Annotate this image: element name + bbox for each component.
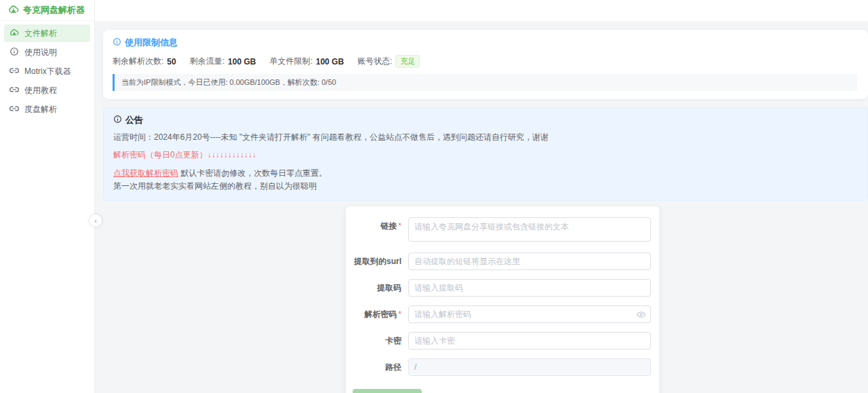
path-field-row: 路径 — [351, 358, 651, 376]
info-circle-icon — [9, 47, 19, 58]
sidebar-item-label: 文件解析 — [24, 28, 57, 39]
sidebar-item-file-parse[interactable]: 文件解析 — [4, 24, 90, 42]
link-field-wrap — [408, 217, 651, 244]
parse-password-field-row: 解析密码* — [351, 305, 651, 323]
sidebar-item-instructions[interactable]: 使用说明 — [4, 43, 90, 61]
path-input — [408, 358, 651, 376]
usage-stats-row: 剩余解析次数: 50 剩余流量: 100 GB 单文件限制: 100 GB 账号… — [113, 55, 857, 68]
card-key-field-row: 卡密 — [351, 332, 651, 350]
announcement-title: 公告 — [113, 114, 856, 126]
sidebar-collapse-toggle[interactable]: ‹ — [90, 214, 102, 227]
extract-code-field-row: 提取码 — [351, 279, 651, 297]
announcement-line-4: 第一次用就老老实实看网站左侧的教程，别自以为很聪明 — [113, 181, 317, 191]
get-password-link[interactable]: 点我获取解析密码 — [113, 168, 178, 178]
card-key-input[interactable] — [408, 332, 651, 350]
top-bar — [95, 0, 868, 21]
card-key-field-wrap — [408, 332, 651, 350]
card-key-label: 卡密 — [351, 332, 408, 350]
surl-field-row: 提取到的surl — [351, 252, 651, 270]
parse-password-field-wrap — [408, 305, 651, 323]
surl-field-wrap — [408, 252, 651, 270]
field-label-text: 解析密码 — [364, 310, 397, 319]
sidebar: 夸克网盘解析器 文件解析 使用说明 — [0, 0, 95, 393]
info-circle-icon — [113, 37, 121, 48]
announcement-title-text: 公告 — [125, 114, 143, 126]
stat-remaining-traffic: 剩余流量: 100 GB — [190, 56, 256, 67]
stat-label: 账号状态: — [357, 56, 392, 67]
link-icon — [9, 104, 19, 115]
extract-code-label: 提取码 — [351, 279, 408, 297]
sidebar-item-label: 使用教程 — [24, 85, 57, 96]
app-logo: 夸克网盘解析器 — [0, 0, 94, 21]
stat-label: 剩余解析次数: — [113, 56, 163, 67]
link-icon — [9, 66, 19, 77]
stat-single-file-limit: 单文件限制: 100 GB — [269, 56, 344, 67]
ip-limit-note: 当前为IP限制模式，今日已使用: 0.00GB/100GB，解析次数: 0/50 — [113, 74, 857, 91]
surl-input[interactable] — [408, 252, 651, 270]
cloud-download-icon — [8, 4, 19, 17]
status-badge: 充足 — [395, 55, 420, 68]
chevron-left-icon: ‹ — [94, 217, 97, 225]
sidebar-item-tutorial[interactable]: 使用教程 — [4, 81, 90, 99]
stat-value: 50 — [167, 57, 176, 67]
sidebar-item-label: 使用说明 — [24, 47, 57, 58]
announcement-password-line: 解析密码（每日0点更新）↓↓↓↓↓↓↓↓↓↓↓↓ — [113, 149, 856, 161]
announcement-card: 公告 运营时间：2024年6月20号----未知 "文件夹请打开解析" 有问题看… — [103, 107, 868, 201]
content: 使用限制信息 剩余解析次数: 50 剩余流量: 100 GB 单文件限制: 10… — [95, 21, 868, 393]
parse-password-input[interactable] — [408, 305, 651, 323]
main-area: 使用限制信息 剩余解析次数: 50 剩余流量: 100 GB 单文件限制: 10… — [95, 0, 868, 393]
get-file-list-button[interactable]: 获取文件列表 — [353, 389, 422, 393]
field-label-text: 链接 — [380, 221, 397, 231]
link-icon — [9, 85, 19, 96]
stat-remaining-parses: 剩余解析次数: 50 — [113, 56, 176, 67]
parse-form-card: 链接* 提取到的surl 提取码 — [346, 206, 659, 393]
required-asterisk: * — [398, 310, 401, 319]
cloud-download-icon — [9, 28, 19, 39]
eye-icon[interactable] — [637, 305, 646, 323]
usage-card-title: 使用限制信息 — [113, 37, 857, 49]
stat-label: 剩余流量: — [190, 56, 224, 67]
announcement-link-line: 点我获取解析密码 默认卡密请勿修改，次数每日零点重置。 第一次用就老老实实看网站… — [113, 167, 856, 192]
extract-code-input[interactable] — [408, 279, 651, 297]
required-asterisk: * — [398, 221, 401, 231]
app-title: 夸克网盘解析器 — [23, 4, 85, 16]
app-window: 夸克网盘解析器 文件解析 使用说明 — [0, 0, 868, 393]
path-label: 路径 — [351, 358, 408, 376]
announcement-line-1: 运营时间：2024年6月20号----未知 "文件夹请打开解析" 有问题看教程，… — [113, 132, 856, 143]
parse-password-label: 解析密码* — [351, 305, 408, 323]
usage-title-text: 使用限制信息 — [125, 37, 178, 49]
sidebar-item-motrix[interactable]: Motrix下载器 — [4, 62, 90, 80]
announcement-link-suffix: 默认卡密请勿修改，次数每日零点重置。 — [178, 168, 327, 178]
extract-code-field-wrap — [408, 279, 651, 297]
stat-label: 单文件限制: — [269, 56, 312, 67]
stat-value: 100 GB — [228, 57, 256, 67]
path-field-wrap — [408, 358, 651, 376]
link-field-row: 链接* — [351, 217, 651, 244]
sidebar-item-label: Motrix下载器 — [24, 66, 71, 77]
info-circle-icon — [113, 115, 122, 126]
link-label: 链接* — [351, 217, 408, 235]
sidebar-menu: 文件解析 使用说明 Motrix下载器 — [0, 21, 94, 123]
usage-limit-card: 使用限制信息 剩余解析次数: 50 剩余流量: 100 GB 单文件限制: 10… — [103, 30, 868, 99]
link-textarea[interactable] — [408, 217, 651, 242]
stat-value: 100 GB — [316, 57, 344, 67]
sidebar-item-label: 度盘解析 — [24, 104, 57, 115]
sidebar-item-dupan[interactable]: 度盘解析 — [4, 100, 90, 118]
surl-label: 提取到的surl — [351, 252, 408, 270]
stat-account-status: 账号状态: 充足 — [357, 55, 420, 68]
